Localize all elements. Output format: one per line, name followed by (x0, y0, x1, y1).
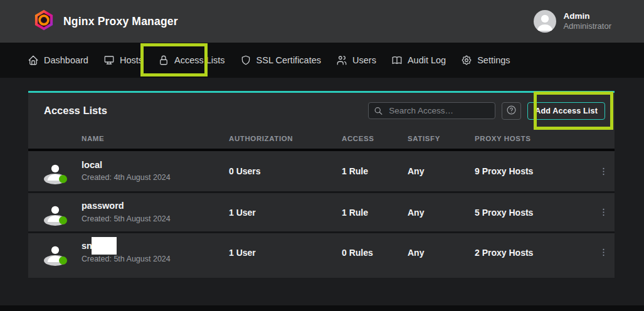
status-dot (59, 175, 67, 183)
access-cell: 1 Rule (342, 208, 408, 218)
table-row[interactable]: local Created: 4th August 2024 0 Users 1… (28, 151, 615, 191)
nav-label: Settings (477, 55, 510, 65)
lock-icon (158, 55, 169, 66)
gear-icon (461, 55, 472, 66)
user-menu[interactable]: Admin Administrator (534, 10, 611, 33)
nav-item-dashboard[interactable]: Dashboard (28, 55, 88, 66)
avatar (44, 241, 66, 264)
content-area: Access Lists (0, 78, 644, 311)
user-name: Admin (563, 11, 611, 22)
nav-item-users[interactable]: Users (336, 55, 376, 66)
satisfy-cell: Any (408, 208, 475, 218)
column-header-proxy-hosts: PROXY HOSTS (475, 135, 593, 142)
nav-label: Users (352, 55, 376, 65)
main-nav: Dashboard Hosts Access Lists (0, 43, 644, 78)
redaction-box (92, 237, 117, 255)
row-menu-kebab-icon[interactable] (596, 164, 611, 179)
help-circle-icon (506, 105, 517, 117)
user-avatar (534, 10, 556, 33)
created-date: Created: 4th August 2024 (82, 173, 171, 182)
app-header: Nginx Proxy Manager Admin Administrator (0, 0, 644, 43)
access-list-name: sn (82, 241, 92, 251)
user-role: Administrator (563, 21, 611, 32)
nav-label: Access Lists (174, 55, 225, 65)
brand: Nginx Proxy Manager (33, 9, 178, 34)
home-icon (28, 55, 39, 66)
created-date: Created: 5th August 2024 (82, 214, 171, 223)
access-list-name: local (82, 161, 171, 171)
satisfy-cell: Any (408, 166, 475, 176)
column-header-satisfy: SATISFY (408, 135, 475, 142)
name-cell: sn Created: 5th August 2024 (28, 241, 229, 264)
monitor-icon (103, 55, 115, 66)
nav-item-ssl-certificates[interactable]: SSL Certificates (240, 55, 321, 66)
users-icon (336, 55, 347, 66)
nav-item-settings[interactable]: Settings (461, 55, 510, 66)
column-header-access: ACCESS (342, 135, 408, 142)
nav-label: Hosts (120, 55, 143, 65)
nav-item-access-lists[interactable]: Access Lists (158, 55, 225, 66)
access-lists-panel: Access Lists (28, 91, 615, 278)
authorization-cell: 1 User (229, 248, 342, 258)
name-cell: local Created: 4th August 2024 (28, 160, 229, 182)
authorization-cell: 0 Users (229, 166, 342, 176)
nav-label: Audit Log (408, 55, 446, 65)
app-logo-icon (33, 9, 55, 34)
authorization-cell: 1 User (229, 208, 342, 218)
add-access-list-button[interactable]: Add Access List (527, 102, 605, 120)
panel-header: Access Lists (28, 93, 615, 129)
avatar (44, 201, 66, 224)
table-header: NAME AUTHORIZATION ACCESS SATISFY PROXY … (28, 129, 615, 151)
nav-item-audit-log[interactable]: Audit Log (391, 55, 446, 66)
bottom-edge-strip (0, 305, 644, 311)
proxy-hosts-cell: 9 Proxy Hosts (475, 166, 593, 176)
app-title: Nginx Proxy Manager (63, 15, 178, 28)
status-dot (59, 216, 67, 224)
search-input[interactable] (368, 102, 495, 119)
page-title: Access Lists (44, 105, 107, 117)
row-menu-kebab-icon[interactable] (596, 204, 611, 220)
avatar (44, 160, 66, 182)
shield-icon (240, 55, 251, 66)
nav-item-hosts[interactable]: Hosts (103, 55, 143, 66)
table-row[interactable]: sn Created: 5th August 2024 1 User 0 Rul… (28, 231, 615, 271)
status-dot (59, 256, 67, 265)
nginx-proxy-manager-app: Nginx Proxy Manager Admin Administrator (0, 0, 644, 311)
help-button[interactable] (502, 102, 521, 120)
name-cell: password Created: 5th August 2024 (28, 201, 229, 224)
search-box (368, 102, 495, 119)
satisfy-cell: Any (408, 248, 475, 258)
created-date: Created: 5th August 2024 (82, 255, 171, 263)
column-header-name: NAME (28, 135, 229, 142)
nav-label: Dashboard (44, 55, 88, 65)
column-header-authorization: AUTHORIZATION (229, 135, 342, 142)
access-cell: 0 Rules (342, 248, 408, 258)
row-menu-kebab-icon[interactable] (596, 245, 611, 260)
proxy-hosts-cell: 2 Proxy Hosts (475, 248, 593, 258)
access-list-name: password (82, 201, 171, 211)
panel-toolbar: Add Access List (368, 102, 605, 120)
book-icon (391, 55, 403, 66)
table-row[interactable]: password Created: 5th August 2024 1 User… (28, 191, 615, 231)
access-cell: 1 Rule (342, 166, 408, 176)
nav-label: SSL Certificates (256, 55, 321, 65)
proxy-hosts-cell: 5 Proxy Hosts (475, 208, 593, 218)
